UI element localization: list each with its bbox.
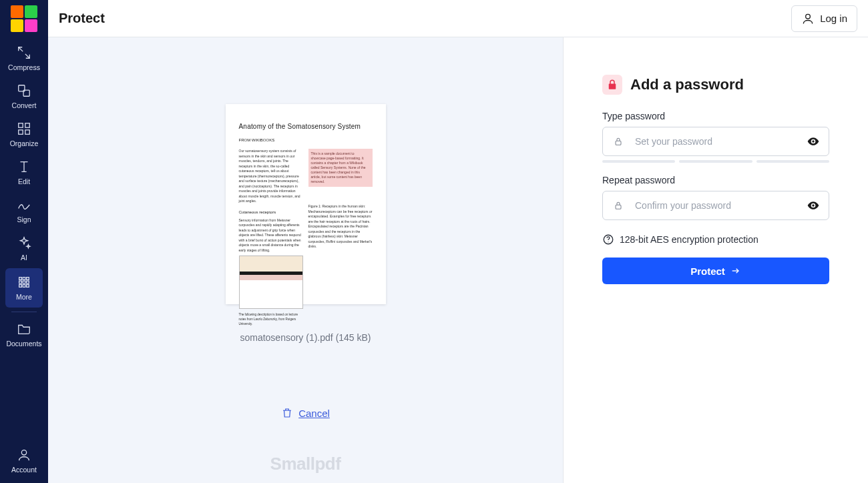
file-name: somatosensory (1).pdf xyxy=(240,332,333,343)
sidebar: Compress Convert Organize Edit Sign AI M… xyxy=(0,0,48,483)
repeat-password-input[interactable] xyxy=(602,191,829,220)
svg-line-1 xyxy=(25,54,29,58)
cancel-label: Cancel xyxy=(298,408,330,419)
sidebar-separator xyxy=(11,312,37,312)
thumb-title: Anatomy of the Somatosensory System xyxy=(239,123,373,130)
organize-icon xyxy=(17,121,31,136)
content: Anatomy of the Somatosensory System FROM… xyxy=(48,37,868,483)
thumb-col-left: Our somatosensory system consists of sen… xyxy=(239,149,303,326)
sidebar-item-account[interactable]: Account xyxy=(0,442,48,480)
grid-icon xyxy=(17,275,31,290)
app-root: Compress Convert Organize Edit Sign AI M… xyxy=(0,0,868,483)
page-title: Protect xyxy=(59,11,105,26)
password-panel: Add a password Type password Repeat pass… xyxy=(564,37,868,483)
sidebar-label: Documents xyxy=(6,340,41,348)
sidebar-item-ai[interactable]: AI xyxy=(0,230,48,268)
login-label: Log in xyxy=(820,13,847,24)
sidebar-label: AI xyxy=(21,254,27,262)
brand-logo[interactable] xyxy=(11,5,37,32)
svg-rect-20 xyxy=(616,205,621,209)
sidebar-label: Edit xyxy=(18,177,30,185)
sidebar-label: Account xyxy=(11,466,37,474)
svg-point-22 xyxy=(608,242,608,242)
trash-icon xyxy=(281,407,293,419)
cancel-button[interactable]: Cancel xyxy=(281,407,330,419)
type-password-input[interactable] xyxy=(602,127,829,156)
svg-rect-12 xyxy=(23,281,25,284)
edit-icon xyxy=(17,159,31,174)
svg-rect-16 xyxy=(27,285,29,288)
sidebar-label: Compress xyxy=(8,63,40,71)
lock-icon xyxy=(613,200,624,211)
brand-watermark: Smallpdf xyxy=(270,454,341,474)
main-area: Protect Log in Anatomy of the Somatosens… xyxy=(48,0,868,483)
encryption-note: 128-bit AES encryption protection xyxy=(602,233,829,246)
eye-icon xyxy=(807,199,820,212)
compress-icon xyxy=(17,45,31,60)
repeat-password-label: Repeat password xyxy=(602,175,829,185)
user-icon xyxy=(801,12,815,25)
thumb-figure xyxy=(239,256,303,309)
sidebar-label: Sign xyxy=(17,215,31,223)
svg-line-0 xyxy=(19,47,23,51)
file-size: (145 kB) xyxy=(336,332,371,343)
sidebar-item-edit[interactable]: Edit xyxy=(0,154,48,192)
svg-point-18 xyxy=(806,14,811,19)
svg-rect-9 xyxy=(23,278,25,280)
thumb-col-right: This is a sample document to showcase pa… xyxy=(308,149,373,326)
sidebar-label: Convert xyxy=(12,101,37,109)
svg-rect-11 xyxy=(19,281,22,284)
folder-icon xyxy=(17,322,31,336)
svg-rect-15 xyxy=(23,285,25,288)
svg-rect-14 xyxy=(19,285,22,288)
password-strength-meter xyxy=(602,160,829,163)
toggle-visibility-button[interactable] xyxy=(807,135,820,148)
sidebar-label: Organize xyxy=(10,139,39,147)
type-password-wrap xyxy=(602,127,829,156)
login-button[interactable]: Log in xyxy=(791,5,857,32)
sidebar-item-convert[interactable]: Convert xyxy=(0,78,48,116)
lock-badge xyxy=(602,75,622,95)
protect-label: Protect xyxy=(690,266,725,277)
file-meta: somatosensory (1).pdf (145 kB) xyxy=(240,332,371,343)
arrow-right-icon xyxy=(730,266,741,276)
sparkle-icon xyxy=(17,235,31,250)
lock-icon xyxy=(606,79,618,91)
encryption-text: 128-bit AES encryption protection xyxy=(620,234,758,245)
svg-rect-10 xyxy=(27,278,29,280)
svg-point-17 xyxy=(21,450,26,455)
eye-icon xyxy=(807,135,820,148)
svg-rect-7 xyxy=(25,130,29,134)
document-thumbnail[interactable]: Anatomy of the Somatosensory System FROM… xyxy=(226,104,386,304)
user-icon xyxy=(17,448,31,462)
sign-icon xyxy=(17,197,31,212)
panel-title: Add a password xyxy=(630,76,744,93)
repeat-password-wrap xyxy=(602,191,829,220)
convert-icon xyxy=(17,83,31,98)
help-icon xyxy=(602,233,614,246)
type-password-label: Type password xyxy=(602,111,829,121)
svg-rect-6 xyxy=(19,130,23,134)
panel-header: Add a password xyxy=(602,75,829,95)
thumb-author: FROM WIKIBOOKS xyxy=(239,138,373,142)
sidebar-item-sign[interactable]: Sign xyxy=(0,192,48,230)
preview-pane: Anatomy of the Somatosensory System FROM… xyxy=(48,37,564,483)
sidebar-item-organize[interactable]: Organize xyxy=(0,116,48,154)
topbar: Protect Log in xyxy=(48,0,868,37)
sidebar-label: More xyxy=(16,293,32,301)
thumb-note: This is a sample document to showcase pa… xyxy=(308,149,373,187)
sidebar-item-compress[interactable]: Compress xyxy=(0,40,48,78)
svg-rect-5 xyxy=(25,123,29,127)
protect-button[interactable]: Protect xyxy=(602,258,829,284)
toggle-visibility-button[interactable] xyxy=(807,199,820,212)
sidebar-item-documents[interactable]: Documents xyxy=(0,316,48,354)
svg-rect-8 xyxy=(19,278,22,280)
lock-icon xyxy=(613,136,624,147)
svg-rect-19 xyxy=(616,141,621,145)
sidebar-item-more[interactable]: More xyxy=(5,268,43,308)
svg-rect-13 xyxy=(27,281,29,284)
svg-rect-4 xyxy=(19,123,23,127)
